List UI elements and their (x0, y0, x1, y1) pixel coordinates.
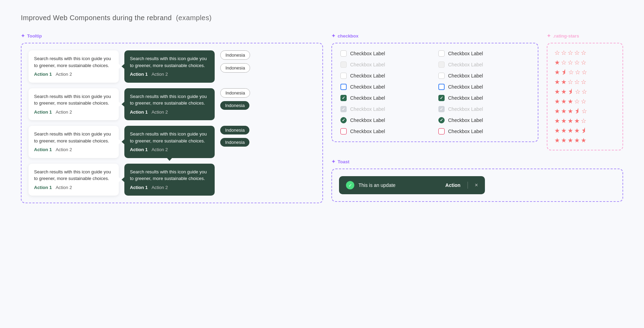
tooltip-dark-action1-3[interactable]: Action 1 (130, 147, 148, 152)
star-row-6[interactable]: ★★★⯨☆ (554, 107, 616, 115)
star-1-2[interactable]: ☆ (568, 59, 573, 66)
star-7-4[interactable]: ☆ (581, 117, 586, 125)
checkbox-checked-1[interactable]: ✓ (340, 95, 347, 101)
checkbox-indeterminate-1[interactable]: ✓ (340, 117, 347, 123)
star-row-5[interactable]: ★★★☆☆ (554, 98, 616, 105)
star-0-0[interactable]: ☆ (554, 49, 560, 57)
pill-5[interactable]: Indonesia (220, 126, 249, 134)
star-1-3[interactable]: ☆ (574, 59, 580, 66)
star-4-4[interactable]: ☆ (581, 88, 587, 96)
tooltip-dark-action2-1[interactable]: Action 2 (151, 72, 168, 77)
star-7-2[interactable]: ★ (568, 117, 573, 125)
pill-4[interactable]: Indonesia (220, 101, 249, 110)
checkbox-unchecked-3[interactable] (340, 73, 347, 79)
tooltip-action2-1[interactable]: Action 2 (56, 72, 72, 77)
star-row-8[interactable]: ★★★★⯨ (554, 127, 616, 134)
star-4-2[interactable]: ⯨ (568, 88, 574, 96)
star-row-2[interactable]: ★⯨☆☆☆ (554, 68, 616, 76)
star-2-0[interactable]: ★ (554, 68, 560, 76)
checkbox-error-1[interactable] (340, 128, 347, 134)
star-8-1[interactable]: ★ (561, 127, 567, 134)
star-4-1[interactable]: ★ (561, 88, 567, 96)
star-6-2[interactable]: ★ (568, 107, 573, 115)
star-row-9[interactable]: ★★★★★ (554, 137, 616, 144)
checkbox-unchecked-4[interactable] (438, 73, 445, 79)
star-1-1[interactable]: ☆ (561, 59, 567, 66)
tooltip-dark-actions-4: Action 1 Action 2 (130, 184, 209, 191)
star-0-1[interactable]: ☆ (561, 49, 567, 57)
star-6-0[interactable]: ★ (554, 107, 560, 115)
star-3-0[interactable]: ★ (554, 78, 560, 86)
star-2-1[interactable]: ⯨ (561, 69, 567, 76)
star-7-1[interactable]: ★ (561, 117, 567, 125)
tooltip-dark-action2-3[interactable]: Action 2 (151, 147, 168, 152)
star-row-0[interactable]: ☆☆☆☆☆ (554, 49, 616, 57)
star-5-3[interactable]: ☆ (574, 98, 580, 105)
checkbox-unchecked-1[interactable] (340, 50, 347, 57)
tooltip-action2-4[interactable]: Action 2 (56, 185, 72, 190)
star-7-3[interactable]: ★ (574, 117, 580, 125)
star-row-7[interactable]: ★★★★☆ (554, 117, 616, 125)
tooltip-dark-action2-2[interactable]: Action 2 (151, 109, 168, 115)
tooltip-action2-2[interactable]: Action 2 (56, 109, 72, 115)
tooltip-action2-3[interactable]: Action 2 (56, 147, 72, 152)
star-0-4[interactable]: ☆ (581, 49, 586, 57)
tooltip-action1-2[interactable]: Action 1 (34, 109, 52, 115)
star-4-3[interactable]: ☆ (575, 88, 580, 96)
star-5-0[interactable]: ★ (554, 98, 560, 105)
star-7-0[interactable]: ★ (554, 117, 560, 125)
checkbox-focused-2[interactable] (438, 84, 445, 90)
star-9-4[interactable]: ★ (581, 137, 586, 144)
star-9-2[interactable]: ★ (568, 137, 573, 144)
tooltip-action1-1[interactable]: Action 1 (34, 72, 52, 77)
star-5-4[interactable]: ☆ (581, 98, 586, 105)
star-1-4[interactable]: ☆ (581, 59, 586, 66)
star-6-4[interactable]: ☆ (581, 107, 587, 115)
tooltip-action1-3[interactable]: Action 1 (34, 147, 52, 152)
star-2-4[interactable]: ☆ (581, 68, 587, 76)
star-1-0[interactable]: ★ (554, 59, 560, 66)
checkbox-disabled-1 (340, 62, 347, 68)
star-5-1[interactable]: ★ (561, 98, 567, 105)
star-2-2[interactable]: ☆ (568, 68, 574, 76)
checkbox-indeterminate-2[interactable]: ✓ (438, 117, 445, 123)
star-3-4[interactable]: ☆ (581, 78, 586, 86)
star-6-1[interactable]: ★ (561, 107, 567, 115)
tooltip-dark-actions-1: Action 1 Action 2 (130, 71, 209, 78)
star-0-2[interactable]: ☆ (568, 49, 573, 57)
pill-6[interactable]: Indonesia (220, 138, 249, 147)
checkbox-focused-1[interactable] (340, 84, 347, 90)
checkbox-checked-2[interactable]: ✓ (438, 95, 445, 101)
tooltip-dark-action1-4[interactable]: Action 1 (130, 185, 148, 190)
star-row-3[interactable]: ★★☆☆☆ (554, 78, 616, 86)
star-5-2[interactable]: ★ (568, 98, 573, 105)
star-3-2[interactable]: ☆ (568, 78, 573, 86)
tooltip-action1-4[interactable]: Action 1 (34, 185, 52, 190)
star-4-0[interactable]: ★ (554, 88, 560, 96)
tooltip-dark-action1-1[interactable]: Action 1 (130, 72, 148, 77)
star-row-4[interactable]: ★★⯨☆☆ (554, 88, 616, 96)
star-3-1[interactable]: ★ (561, 78, 567, 86)
star-0-3[interactable]: ☆ (574, 49, 580, 57)
star-6-3[interactable]: ⯨ (574, 108, 580, 115)
star-8-0[interactable]: ★ (554, 127, 560, 134)
star-8-3[interactable]: ★ (574, 127, 580, 134)
checkbox-error-2[interactable] (438, 128, 445, 134)
tooltip-dark-action1-2[interactable]: Action 1 (130, 109, 148, 115)
star-3-3[interactable]: ☆ (574, 78, 580, 86)
pill-2[interactable]: Indonesia (220, 63, 250, 73)
pill-1[interactable]: Indonesia (220, 50, 250, 60)
tooltip-dark-action2-4[interactable]: Action 2 (151, 185, 168, 190)
star-row-1[interactable]: ★☆☆☆☆ (554, 59, 616, 66)
checkbox-unchecked-2[interactable] (438, 50, 445, 57)
toast-action-button[interactable]: Action (445, 182, 461, 188)
star-9-0[interactable]: ★ (554, 137, 560, 144)
star-9-1[interactable]: ★ (561, 137, 567, 144)
star-2-3[interactable]: ☆ (575, 68, 580, 76)
star-8-2[interactable]: ★ (568, 127, 573, 134)
toast-close-button[interactable]: × (475, 182, 478, 188)
star-9-3[interactable]: ★ (574, 137, 580, 144)
toast-message: This is an update (358, 182, 441, 188)
pill-3[interactable]: Indonesia (220, 88, 250, 98)
star-8-4[interactable]: ⯨ (581, 127, 587, 134)
